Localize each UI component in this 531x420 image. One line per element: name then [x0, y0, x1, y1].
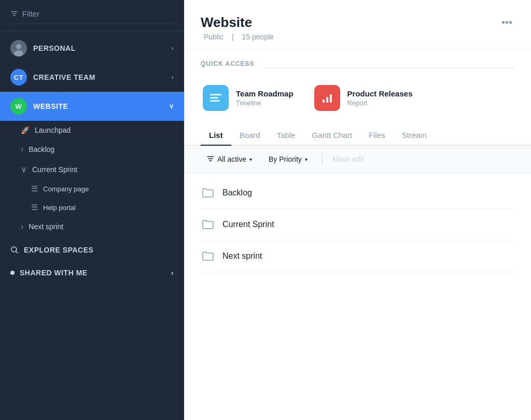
team-roadmap-info: Team Roadmap Timeline [236, 89, 294, 107]
svg-rect-8 [323, 100, 325, 103]
search-icon [10, 246, 19, 254]
company-page-label: Company page [43, 185, 89, 193]
product-releases-info: Product Releases Report [347, 89, 413, 107]
quick-access-row: Team Roadmap Timeline Product Releases R… [201, 83, 514, 113]
avatar-personal [10, 40, 27, 57]
team-roadmap-name: Team Roadmap [236, 89, 294, 98]
filter-divider [10, 23, 174, 24]
folder-svg-next [202, 251, 214, 261]
filter-input[interactable] [22, 9, 174, 18]
team-roadmap-type: Timeline [236, 99, 294, 107]
svg-rect-10 [330, 94, 332, 103]
folder-icon-next-sprint [201, 249, 215, 263]
personal-label: PERSONAL [33, 44, 76, 52]
by-priority-label: By Priority [269, 155, 302, 163]
explore-spaces-label: EXPLORE SPACES [24, 246, 93, 254]
company-page-icon: ☰ [31, 184, 38, 193]
launchpad-icon: 🚀 [21, 126, 30, 134]
all-active-label: All active [217, 155, 246, 163]
subnav-current-sprint[interactable]: ∨ Current Sprint [0, 159, 184, 179]
subsubnav-help-portal[interactable]: ☰ Help portal [0, 198, 184, 217]
nav-item-creative-team[interactable]: CT CREATIVE TEAM › [0, 63, 184, 92]
nav-section: PERSONAL › CT CREATIVE TEAM › W WEBSITE … [0, 32, 184, 239]
next-sprint-chevron-icon: › [21, 222, 23, 231]
dot-icon [10, 271, 15, 275]
subnav-next-sprint[interactable]: › Next sprint [0, 217, 184, 236]
website-label: WEBSITE [33, 102, 68, 110]
product-releases-type: Report [347, 99, 413, 107]
report-svg [320, 92, 334, 104]
next-sprint-label: Next sprint [29, 222, 63, 231]
funnel-icon [207, 156, 214, 163]
separator: | [232, 33, 234, 41]
avatar-w: W [10, 98, 27, 115]
website-chevron: ∨ [169, 103, 174, 110]
svg-rect-9 [326, 97, 328, 103]
people-count: 15 people [242, 33, 274, 41]
shared-chevron: › [171, 269, 174, 277]
nav-item-personal[interactable]: PERSONAL › [0, 34, 184, 63]
next-sprint-item-name: Next sprint [222, 251, 262, 261]
filter-row [10, 9, 174, 18]
quick-access-team-roadmap[interactable]: Team Roadmap Timeline [201, 83, 296, 113]
creative-team-chevron: › [172, 74, 174, 81]
folder-icon-current-sprint [201, 217, 215, 232]
tab-gantt[interactable]: Gantt Chart [304, 125, 361, 146]
current-sprint-chevron-icon: ∨ [21, 164, 27, 174]
header-meta: Public | 15 people [201, 33, 277, 41]
by-priority-filter-button[interactable]: By Priority ▾ [262, 152, 314, 166]
quick-access-product-releases[interactable]: Product Releases Report [312, 83, 415, 113]
launchpad-label: Launchpad [35, 126, 71, 134]
product-releases-icon [314, 85, 340, 111]
folder-icon-backlog [201, 186, 215, 200]
filter-icon [10, 10, 18, 18]
folder-svg-backlog [202, 188, 214, 198]
help-portal-icon: ☰ [31, 203, 38, 212]
all-active-dropdown-arrow: ▾ [249, 157, 252, 162]
backlog-label: Backlog [29, 145, 54, 153]
sidebar: PERSONAL › CT CREATIVE TEAM › W WEBSITE … [0, 0, 184, 420]
quick-access-title: QUICK ACCESS [201, 60, 255, 67]
subsubnav-company-page[interactable]: ☰ Company page [0, 179, 184, 198]
page-title: Website [201, 15, 277, 31]
svg-rect-6 [210, 97, 218, 99]
svg-line-4 [16, 251, 18, 253]
quick-access-section: QUICK ACCESS Team Roadmap Timeline [184, 50, 531, 123]
svg-point-1 [16, 44, 21, 49]
tab-board[interactable]: Board [231, 125, 269, 146]
header: Website Public | 15 people ••• [184, 0, 531, 50]
all-active-filter-button[interactable]: All active ▾ [201, 152, 258, 166]
current-sprint-label: Current Sprint [32, 165, 77, 174]
list-item-current-sprint[interactable]: Current Sprint [201, 209, 514, 241]
list-content: Backlog Current Sprint Next sprint [184, 173, 531, 276]
more-options-button[interactable]: ••• [499, 15, 514, 31]
filter-bar-divider [322, 154, 323, 164]
svg-point-2 [14, 50, 23, 57]
list-item-next-sprint[interactable]: Next sprint [201, 241, 514, 272]
subnav-backlog[interactable]: › Backlog [0, 139, 184, 159]
backlog-item-name: Backlog [222, 188, 252, 198]
filter-area [0, 0, 184, 32]
main-content: Website Public | 15 people ••• QUICK ACC… [184, 0, 531, 420]
product-releases-name: Product Releases [347, 89, 413, 98]
personal-chevron: › [172, 45, 174, 52]
subnav-launchpad[interactable]: 🚀 Launchpad [0, 121, 184, 139]
creative-team-label: CREATIVE TEAM [33, 73, 95, 81]
tab-list[interactable]: List [201, 125, 231, 146]
nav-item-website[interactable]: W WEBSITE ∨ [0, 92, 184, 121]
list-item-backlog[interactable]: Backlog [201, 177, 514, 209]
team-roadmap-icon [203, 85, 229, 111]
explore-spaces[interactable]: EXPLORE SPACES [0, 239, 184, 261]
roadmap-svg [209, 92, 222, 104]
svg-rect-5 [210, 94, 221, 95]
shared-with-me[interactable]: SHARED WITH ME › [0, 261, 184, 284]
help-portal-label: Help portal [43, 204, 76, 212]
tab-files[interactable]: Files [360, 125, 394, 146]
mass-edit-button[interactable]: Mass edit [331, 152, 366, 166]
tab-table[interactable]: Table [269, 125, 304, 146]
tab-stream[interactable]: Stream [394, 125, 435, 146]
folder-svg-current [202, 219, 214, 230]
avatar-ct: CT [10, 69, 27, 86]
website-subnav: 🚀 Launchpad › Backlog ∨ Current Sprint ☰… [0, 121, 184, 236]
svg-rect-7 [210, 100, 220, 102]
